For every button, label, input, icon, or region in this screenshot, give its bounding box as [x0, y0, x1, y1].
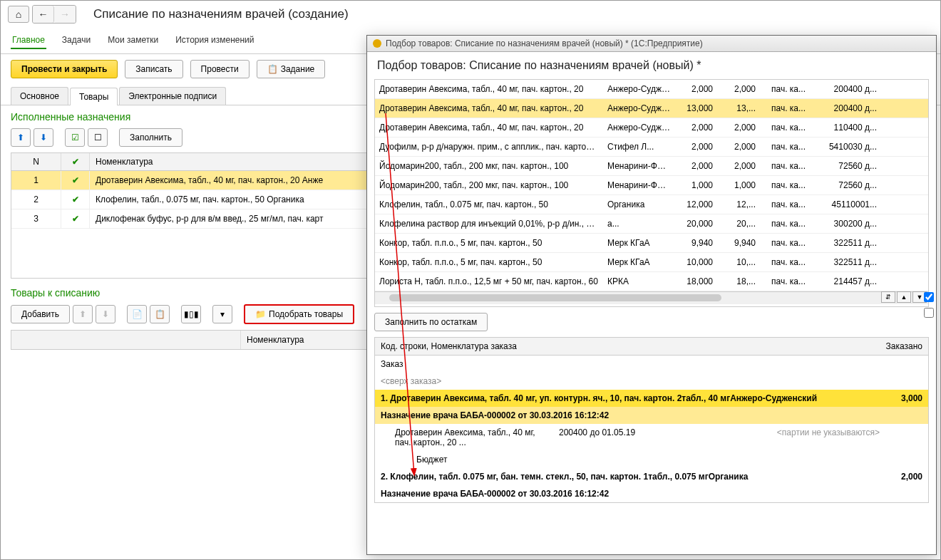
check-icon[interactable]: ✔	[72, 214, 79, 224]
filter-icon[interactable]: ▾	[212, 305, 232, 323]
over-order-label[interactable]: <сверх заказа>	[375, 373, 928, 390]
copy-icon[interactable]: 📄	[127, 305, 147, 323]
paste-icon[interactable]: 📋	[150, 305, 170, 323]
task-button[interactable]: 📋Задание	[257, 60, 326, 78]
col-check-header[interactable]: ✔	[61, 153, 90, 170]
tab-main[interactable]: Главное	[11, 32, 46, 49]
main-window: ⌂ ← → Списание по назначениям врачей (со…	[0, 0, 941, 560]
col-n[interactable]: N	[11, 153, 61, 170]
check-all-icon[interactable]: ☑	[65, 128, 85, 147]
pick-items-dialog: Подбор товаров: Списание по назначениям …	[366, 35, 937, 555]
forward-icon[interactable]: →	[54, 6, 76, 23]
barcode-icon[interactable]: ▮▯▮	[181, 305, 201, 323]
order-body: Заказ <сверх заказа> 1. Дротаверин Авекс…	[374, 356, 929, 503]
move-up-icon[interactable]: ⬆	[11, 128, 31, 147]
tab-history[interactable]: История изменений	[174, 32, 255, 49]
tab-notes[interactable]: Мои заметки	[106, 32, 160, 49]
top-nav: ⌂ ← → Списание по назначениям врачей (со…	[1, 1, 940, 28]
stock-grid-row[interactable]: Конкор, табл. п.п.о., 5 мг, пач. картон.…	[375, 253, 928, 272]
order-item-1-budget: Бюджет	[375, 451, 928, 468]
fill-by-remains-button[interactable]: Заполнить по остаткам	[374, 313, 488, 331]
dialog-titlebar[interactable]: Подбор товаров: Списание по назначениям …	[367, 36, 936, 52]
move-up-icon[interactable]: ⬆	[73, 305, 93, 323]
page-title: Списание по назначениям врачей (создание…	[93, 7, 349, 21]
stock-grid-row[interactable]: Йодомарин200, табл., 200 мкг, пач. карто…	[375, 157, 928, 176]
check-icon[interactable]: ✔	[72, 175, 79, 185]
order-head-qty[interactable]: Заказано	[864, 338, 928, 355]
order-zakaz-label: Заказ	[375, 356, 928, 373]
side-checkbox-2[interactable]	[924, 308, 934, 318]
home-icon[interactable]: ⌂	[8, 6, 29, 23]
check-icon: ✔	[72, 157, 79, 167]
order-item-1-doc: Назначение врача БАБА-000002 от 30.03.20…	[375, 407, 928, 424]
subtab-goods[interactable]: Товары	[70, 88, 118, 105]
dialog-header: Подбор товаров: Списание по назначениям …	[367, 52, 936, 76]
stock-grid-row[interactable]: Дротаверин Авексима, табл., 40 мг, пач. …	[375, 118, 928, 138]
stock-grid-row[interactable]: Дротаверин Авексима, табл., 40 мг, пач. …	[375, 99, 928, 118]
check-icon[interactable]: ✔	[72, 195, 79, 204]
pick-items-button[interactable]: 📁Подобрать товары	[244, 304, 354, 324]
order-table-head: Код. строки, Номенклатура заказа Заказан…	[374, 337, 929, 356]
fill-button[interactable]: Заполнить	[119, 128, 182, 147]
order-item-1-detail[interactable]: Дротаверин Авексима, табл., 40 мг, пач. …	[375, 424, 928, 451]
stock-grid-row[interactable]: Йодомарин200, табл., 200 мкг, пач. карто…	[375, 176, 928, 195]
stock-grid[interactable]: Дротаверин Авексима, табл., 40 мг, пач. …	[374, 79, 929, 307]
stock-grid-row[interactable]: Дуофилм, р-р д/наружн. прим., с апплик.,…	[375, 138, 928, 157]
tab-tasks[interactable]: Задачи	[61, 32, 92, 49]
order-head-code[interactable]: Код. строки, Номенклатура заказа	[375, 338, 864, 355]
order-item-1[interactable]: 1. Дротаверин Авексима, табл. 40 мг, уп.…	[375, 390, 928, 407]
order-item-2-doc: Назначение врача БАБА-000002 от 30.03.20…	[375, 485, 928, 502]
app-logo-icon	[373, 39, 381, 48]
stock-grid-row[interactable]: Клофелин, табл., 0.075 мг, пач. картон.,…	[375, 195, 928, 214]
add-button[interactable]: Добавить	[11, 305, 70, 323]
back-icon[interactable]: ←	[33, 6, 54, 23]
horizontal-scrollbar[interactable]: ⇵ ▲ ▼	[375, 291, 928, 304]
uncheck-all-icon[interactable]: ☐	[88, 128, 108, 147]
subtab-main[interactable]: Основное	[11, 87, 68, 105]
sort-asc-icon[interactable]: ▲	[897, 291, 911, 303]
post-and-close-button[interactable]: Провести и закрыть	[11, 60, 118, 78]
save-button[interactable]: Записать	[125, 60, 182, 78]
move-down-icon[interactable]: ⬇	[96, 305, 115, 323]
side-checkbox-1[interactable]	[924, 292, 934, 302]
subtab-signatures[interactable]: Электронные подписи	[119, 87, 226, 105]
folder-icon: 📁	[255, 309, 266, 319]
move-down-icon[interactable]: ⬇	[34, 128, 53, 147]
order-item-2[interactable]: 2. Клофелин, табл. 0.075 мг, бан. темн. …	[375, 468, 928, 485]
stock-grid-row[interactable]: Лориста Н, табл. п.п.о., 12,5 мг + 50 мг…	[375, 272, 928, 291]
stock-grid-row[interactable]: Клофелина раствор для инъекций 0,01%, р-…	[375, 214, 928, 234]
stock-grid-row[interactable]: Дротаверин Авексима, табл., 40 мг, пач. …	[375, 80, 928, 99]
side-controls	[924, 292, 934, 318]
sort-reset-icon[interactable]: ⇵	[881, 291, 895, 303]
post-button[interactable]: Провести	[190, 60, 250, 78]
stock-grid-row[interactable]: Конкор, табл. п.п.о., 5 мг, пач. картон.…	[375, 234, 928, 253]
task-icon: 📋	[267, 64, 278, 74]
